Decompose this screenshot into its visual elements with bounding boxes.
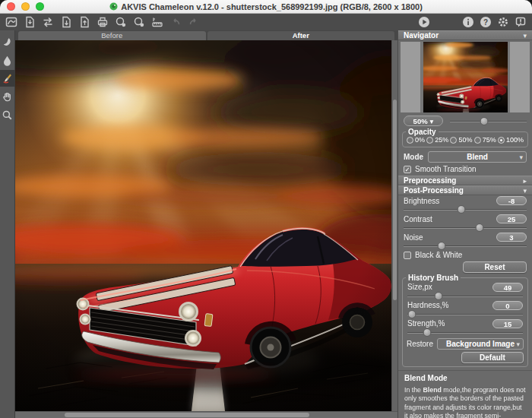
restore-value: Background Image (438, 340, 523, 348)
hand-tool-button[interactable] (0, 88, 15, 105)
zoom-row: 50% ▾ (398, 114, 532, 128)
strength-slider-thumb[interactable] (423, 328, 431, 337)
vertical-scrollbar-thumb[interactable] (393, 100, 397, 300)
zoom-window-button[interactable] (36, 2, 44, 11)
crop-icon[interactable] (151, 16, 163, 28)
app-window: AKVIS Chameleon v.12.0 - shutterstock_56… (0, 0, 532, 418)
contrast-value[interactable]: 25 (496, 214, 527, 223)
radio-label: 50% (458, 136, 472, 144)
noise-slider[interactable] (404, 242, 527, 250)
blur-tool-button[interactable] (0, 52, 15, 68)
run-icon[interactable] (418, 16, 430, 28)
navigator-view[interactable] (401, 42, 530, 112)
info-icon[interactable] (462, 16, 474, 28)
radio-icon (426, 137, 433, 144)
hints-bold-word: Blend (423, 386, 441, 394)
radio-icon (450, 137, 457, 144)
import-fragment-icon[interactable] (60, 16, 72, 28)
preprocessing-header[interactable]: Preprocessing ▸ (398, 176, 532, 185)
radio-icon (407, 137, 413, 144)
hardness-slider[interactable] (407, 310, 523, 318)
strength-slider[interactable] (407, 328, 523, 337)
hardness-label: Hardness,% (407, 301, 448, 309)
opacity-option-100[interactable]: 100% (498, 136, 524, 144)
navigator-header[interactable]: Navigator ▾ (398, 30, 532, 40)
default-button[interactable]: Default (461, 352, 524, 363)
history-brush-icon (2, 73, 13, 84)
smooth-transition-checkbox[interactable]: ✓ (404, 166, 411, 173)
traffic-lights (7, 2, 44, 11)
help-icon[interactable]: ? (480, 16, 492, 28)
brightness-label: Brightness (404, 197, 439, 205)
black-white-row[interactable]: Black & White (398, 250, 532, 260)
opacity-option-75[interactable]: 75% (474, 136, 496, 144)
noise-slider-thumb[interactable] (438, 242, 446, 250)
strength-value[interactable]: 15 (492, 319, 523, 328)
restore-label: Restore (407, 340, 433, 348)
navigator-side-bar-left (401, 42, 420, 112)
radio-icon (498, 137, 505, 144)
radio-label: 25% (435, 136, 448, 144)
noise-value[interactable]: 3 (496, 233, 527, 242)
minimize-button[interactable] (21, 2, 30, 11)
preferences-gear-icon[interactable] (497, 16, 509, 28)
zoom-select[interactable]: 50% ▾ (404, 116, 443, 126)
mode-dropdown[interactable]: Blend ▾ (428, 151, 527, 163)
size-slider-thumb[interactable] (435, 292, 443, 300)
workspace-icon[interactable] (5, 16, 17, 28)
vertical-scrollbar[interactable] (391, 40, 397, 411)
size-value[interactable]: 49 (492, 283, 523, 292)
swap-images-icon[interactable] (42, 16, 54, 28)
opacity-option-50[interactable]: 50% (450, 136, 472, 144)
brightness-slider[interactable] (404, 205, 527, 214)
undo-icon[interactable] (169, 16, 182, 28)
hints-title: Blend Mode (398, 371, 532, 384)
reset-button[interactable]: Reset (463, 261, 527, 273)
tab-before[interactable]: Before (18, 31, 206, 40)
contrast-slider[interactable] (404, 223, 527, 232)
hardness-slider-thumb[interactable] (408, 310, 416, 318)
open-image-icon[interactable] (24, 16, 36, 28)
smooth-transition-row[interactable]: ✓ Smooth Transition (398, 164, 532, 174)
navigator-side-bar-right (510, 42, 530, 112)
chevron-right-icon: ▸ (523, 177, 527, 185)
share-2-icon[interactable] (133, 16, 145, 28)
black-white-checkbox[interactable] (404, 252, 411, 259)
main-view: Before After (15, 30, 397, 418)
horizontal-scrollbar-thumb[interactable] (65, 413, 309, 417)
history-brush-tool-button[interactable] (0, 70, 15, 87)
print-icon[interactable] (97, 16, 109, 28)
contrast-slider-thumb[interactable] (476, 223, 484, 232)
navigator-title: Navigator (404, 31, 439, 40)
tab-after[interactable]: After (207, 31, 395, 40)
chevron-down-icon: ▾ (516, 340, 520, 348)
opacity-option-25[interactable]: 25% (426, 136, 448, 144)
canvas-image[interactable] (15, 40, 397, 411)
radio-icon (474, 137, 481, 144)
opacity-option-0[interactable]: 0% (407, 136, 425, 144)
post-processing-header[interactable]: Post-Processing ▾ (398, 185, 532, 195)
hardness-value[interactable]: 0 (492, 301, 523, 310)
restore-dropdown[interactable]: Background Image ▾ (437, 338, 524, 350)
smudge-tool-button[interactable] (0, 33, 15, 50)
horizontal-scrollbar[interactable] (15, 411, 397, 418)
share-1-icon[interactable] (115, 16, 127, 28)
zoom-slider-thumb[interactable] (480, 117, 489, 125)
zoom-tool-button[interactable] (0, 106, 15, 123)
toolbar-right-group: ? (462, 16, 527, 28)
brightness-value[interactable]: -8 (496, 196, 527, 205)
brightness-slider-thumb[interactable] (458, 205, 466, 214)
feedback-icon[interactable] (515, 16, 527, 28)
navigator-thumbnail[interactable] (423, 42, 508, 112)
magnifier-icon (2, 109, 13, 121)
slider-track (404, 227, 527, 229)
smudge-icon (2, 36, 13, 48)
hints-panel: Blend Mode In the Blend mode,the program… (398, 370, 532, 418)
zoom-slider[interactable] (450, 117, 527, 125)
redo-icon[interactable] (188, 16, 200, 28)
size-slider[interactable] (407, 292, 523, 300)
export-fragment-icon[interactable] (78, 16, 90, 28)
size-label: Size,px (407, 283, 432, 291)
contrast-label: Contrast (404, 215, 432, 223)
close-button[interactable] (7, 2, 15, 11)
